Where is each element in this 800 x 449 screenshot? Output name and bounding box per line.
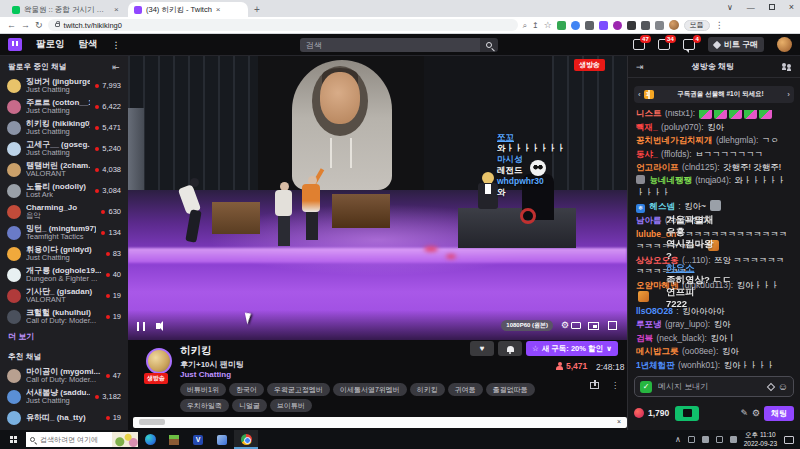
chat-username[interactable]: 메시밥그릇 xyxy=(636,346,679,356)
bookmark-star-icon[interactable]: ☆ xyxy=(544,21,552,30)
chat-username[interactable]: 상상오오옹 xyxy=(636,255,679,265)
chat-username[interactable]: 늉네네쨍쨍 xyxy=(649,175,692,185)
banner-next-icon[interactable]: › xyxy=(787,90,790,99)
new-tab-button[interactable]: + xyxy=(254,4,260,17)
settings-gear-icon[interactable]: ⚙ xyxy=(561,320,569,330)
minimize-button[interactable]: — xyxy=(747,3,755,12)
subscribe-button[interactable]: ☆ 새 구독: 20% 할인 ∨ xyxy=(526,341,618,356)
channel-row[interactable]: 밍턴_ (mingtum97) Teamfight Tactics 134 xyxy=(0,222,128,243)
address-bar[interactable]: twitch.tv/hikiking0 xyxy=(48,19,518,31)
chat-username[interactable]: 남아름 xyxy=(636,215,662,225)
user-avatar[interactable] xyxy=(777,37,792,52)
browser-menu-icon[interactable]: ⋮ xyxy=(715,21,724,30)
chat-username[interactable]: 오얌마헤벤 xyxy=(636,280,679,290)
channel-points-icon[interactable] xyxy=(634,408,644,418)
chat-settings-gear-icon[interactable]: ⚙ xyxy=(752,408,760,418)
channel-emote-icon[interactable]: ✓ xyxy=(640,381,652,393)
tray-icon[interactable] xyxy=(716,436,723,443)
extension-icon[interactable] xyxy=(599,21,608,30)
quality-badge[interactable]: 1080P60 (원본) xyxy=(501,320,553,331)
emote-picker-icon[interactable]: ☺ xyxy=(778,382,788,392)
collapse-sidebar-icon[interactable]: ⇤ xyxy=(112,62,120,72)
extension-icon[interactable] xyxy=(641,21,650,30)
browser-tab-twitch[interactable]: (34) 히키킹 - Twitch × xyxy=(128,2,248,17)
channel-row[interactable]: 고세구__ (goseg... Just Chatting 5,240 xyxy=(0,138,128,159)
send-chat-button[interactable]: 채팅 xyxy=(764,406,794,421)
back-icon[interactable]: ← xyxy=(7,21,16,30)
browser-tab-cafe[interactable]: 왁물원 :: 종합 거시기 스트리머 × xyxy=(6,2,128,17)
share-icon[interactable] xyxy=(590,382,599,389)
extension-icon[interactable] xyxy=(585,21,594,30)
channel-row[interactable]: 기사단_ (gisadan) VALORANT 19 xyxy=(0,285,128,306)
chat-message-input[interactable] xyxy=(656,381,764,392)
close-button[interactable]: × xyxy=(789,2,794,12)
banner-close-icon[interactable]: × xyxy=(617,418,621,425)
extension-icon[interactable] xyxy=(627,21,636,30)
taskbar-3d-viewer-icon[interactable] xyxy=(210,430,234,449)
channel-row[interactable]: 마이곰이 (mygomi... Call of Duty: Moder... 4… xyxy=(0,365,128,386)
gift-sub-banner[interactable]: ‹ 1 구독권을 선물해 #1이 되세요! › xyxy=(634,86,794,103)
browser-profile-chip[interactable]: 모음 xyxy=(684,20,710,31)
video-player[interactable]: 생방송 쪼꼬 와ㅏㅏㅏㅏㅏㅏㅏ 마시성 레전드 whdpwhr30 와 xyxy=(128,56,627,340)
drops-icon[interactable]: 34 xyxy=(658,39,670,50)
channel-row[interactable]: 크헐헐 (kuhulhul) Call of Duty: Moder... 19 xyxy=(0,306,128,327)
buy-bits-button[interactable]: 비트 구매 xyxy=(708,37,764,52)
maximize-button[interactable] xyxy=(769,4,775,10)
stream-tag[interactable]: 우왁굳고정멤버 xyxy=(267,383,330,396)
extension-icon[interactable] xyxy=(613,21,622,30)
taskbar-search[interactable] xyxy=(26,432,138,447)
start-button[interactable] xyxy=(0,430,26,449)
tray-icon[interactable] xyxy=(730,436,737,443)
extension-icon[interactable] xyxy=(655,21,664,30)
stream-tag[interactable]: 출결없따움 xyxy=(486,383,535,396)
whispers-icon[interactable]: 4 xyxy=(683,39,695,50)
nav-more-icon[interactable]: ⋮ xyxy=(112,40,121,50)
chat-username[interactable]: lulube_on xyxy=(636,229,676,239)
stream-tag[interactable]: 귀여움 xyxy=(448,383,483,396)
tab-close-icon[interactable]: × xyxy=(216,6,221,14)
taskbar-clock[interactable]: 오후 11:10 2022-09-23 xyxy=(744,431,777,447)
show-more-link[interactable]: 더 보기 xyxy=(0,327,128,346)
channel-avatar-large[interactable] xyxy=(146,348,172,374)
stream-tag[interactable]: 히키킹 xyxy=(410,383,445,396)
taskbar-v-app-icon[interactable]: V xyxy=(186,430,210,449)
zoom-icon[interactable]: ⌕ xyxy=(523,21,527,30)
chat-username[interactable]: 언고라이프 xyxy=(636,162,679,172)
banner-prev-icon[interactable]: ‹ xyxy=(638,90,641,99)
chat-input-box[interactable]: ✓ ☺ xyxy=(634,376,794,397)
tray-icon[interactable] xyxy=(702,436,709,443)
claim-bonus-button[interactable] xyxy=(675,406,699,421)
follow-heart-button[interactable]: ♥ xyxy=(470,341,494,356)
channel-row[interactable]: 주르르 (cotton__1... Just Chatting 6,422 xyxy=(0,96,128,117)
reload-icon[interactable]: ↻ xyxy=(35,21,43,30)
channel-title-name[interactable]: 히키킹 xyxy=(180,344,212,358)
nav-following[interactable]: 팔로잉 xyxy=(36,38,65,51)
channel-row[interactable]: Charming_Jo 음악 630 xyxy=(0,201,128,222)
pause-icon[interactable] xyxy=(137,322,145,331)
community-icon[interactable] xyxy=(782,63,792,71)
channel-row[interactable]: 휘용이다 (gnldyd) Just Chatting 83 xyxy=(0,243,128,264)
taskbar-search-input[interactable] xyxy=(38,435,100,444)
chat-username[interactable]: 니스트 xyxy=(636,110,662,118)
stream-tag[interactable]: 브이튜버 xyxy=(270,399,312,412)
chat-username[interactable]: 꽁치번네가김치찌개 xyxy=(636,135,713,145)
collapse-chat-icon[interactable]: ⇥ xyxy=(636,62,644,72)
channel-row[interactable]: 유하띠_ (ha_tty) 19 xyxy=(0,407,128,428)
search-input[interactable] xyxy=(300,38,480,52)
taskbar-minecraft-icon[interactable] xyxy=(162,430,186,449)
stream-tag[interactable]: 이세돌서열7위멤버 xyxy=(333,383,407,396)
fullscreen-icon[interactable] xyxy=(608,321,617,330)
forward-icon[interactable]: → xyxy=(21,21,30,30)
action-center-icon[interactable] xyxy=(784,436,794,444)
chat-username[interactable]: llsO8O28 xyxy=(636,306,673,316)
tray-expand-icon[interactable]: ∧ xyxy=(675,435,681,444)
channel-row[interactable]: 탬탬버린 (2cham... VALORANT 4,038 xyxy=(0,159,128,180)
search-button[interactable] xyxy=(480,38,498,52)
bits-diamond-icon[interactable] xyxy=(767,382,775,390)
clip-icon[interactable] xyxy=(571,322,581,329)
channel-row[interactable]: 서새봄냥 (saddu... Just Chatting 3,182 xyxy=(0,386,128,407)
channel-row[interactable]: 노돌리 (nodolly) Lost Ark 3,084 xyxy=(0,180,128,201)
stream-tag[interactable]: 우치하일족 xyxy=(180,399,229,412)
taskbar-chrome-icon[interactable] xyxy=(234,430,258,449)
channel-row[interactable]: 징버거 (jingburger) Just Chatting 7,993 xyxy=(0,75,128,96)
